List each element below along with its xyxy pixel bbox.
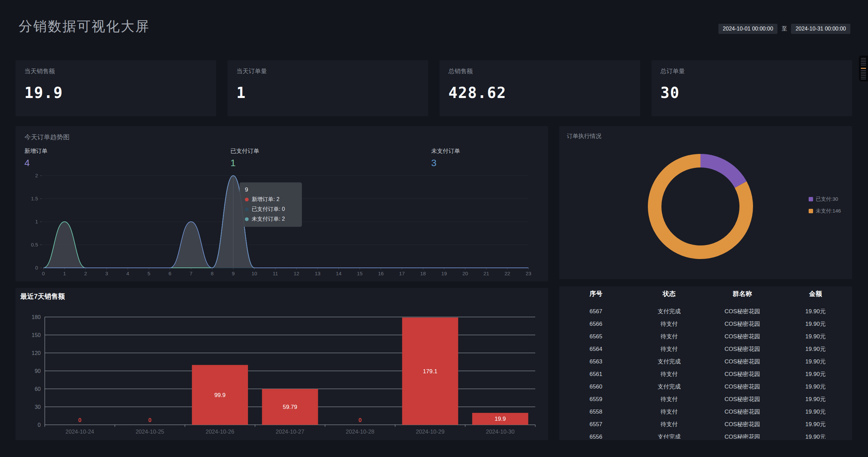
svg-text:2024-10-25: 2024-10-25 xyxy=(136,429,164,435)
svg-text:21: 21 xyxy=(483,271,489,276)
svg-text:99.9: 99.9 xyxy=(214,392,226,398)
cell-group: COS秘密花园 xyxy=(706,395,779,403)
svg-text:2024-10-28: 2024-10-28 xyxy=(346,429,374,435)
trend-stat: 新增订单4 xyxy=(24,147,230,168)
table-header-status: 状态 xyxy=(633,290,706,298)
cell-status: 支付完成 xyxy=(633,383,706,391)
svg-text:7: 7 xyxy=(190,271,192,276)
svg-text:2: 2 xyxy=(35,174,38,178)
svg-text:60: 60 xyxy=(35,386,41,392)
svg-text:0: 0 xyxy=(78,417,81,423)
svg-text:2024-10-26: 2024-10-26 xyxy=(206,429,234,435)
kpi-value: 1 xyxy=(236,84,419,101)
table-row: 6560支付完成COS秘密花园19.90元 xyxy=(559,380,852,393)
tooltip-title: 9 xyxy=(245,186,296,193)
table-row: 6566待支付COS秘密花园19.90元 xyxy=(559,318,852,330)
cell-group: COS秘密花园 xyxy=(706,345,779,353)
date-end-input[interactable]: 2024-10-31 00:00:00 xyxy=(791,24,850,34)
svg-text:11: 11 xyxy=(273,271,278,276)
cell-amount: 19.90元 xyxy=(779,383,852,391)
table-row: 6557待支付COS秘密花园19.90元 xyxy=(559,418,852,431)
cell-id: 6559 xyxy=(559,396,633,403)
bar-chart-canvas[interactable]: 030609012015018002024-10-2402024-10-2599… xyxy=(16,301,548,437)
donut-legend: 已支付:30未支付:146 xyxy=(809,196,841,220)
cell-id: 6563 xyxy=(559,358,633,365)
stripe-block-top xyxy=(861,58,866,66)
trend-stats: 新增订单4已支付订单1未支付订单3 xyxy=(24,147,539,168)
svg-text:3: 3 xyxy=(105,271,108,276)
cell-amount: 19.90元 xyxy=(779,320,852,328)
svg-text:20: 20 xyxy=(462,271,468,276)
cell-group: COS秘密花园 xyxy=(706,370,779,378)
svg-text:0.5: 0.5 xyxy=(31,242,38,247)
stripe-orange-marker xyxy=(861,68,866,69)
svg-text:180: 180 xyxy=(32,314,41,320)
cell-status: 待支付 xyxy=(633,370,706,378)
trend-stat: 未支付订单3 xyxy=(431,147,539,168)
cell-status: 支付完成 xyxy=(633,301,706,303)
table-row: 6567支付完成COS秘密花园19.90元 xyxy=(559,305,852,318)
svg-text:1.5: 1.5 xyxy=(31,196,38,201)
cell-amount: 19.90元 xyxy=(779,395,852,403)
svg-text:150: 150 xyxy=(32,332,41,338)
cell-status: 待支付 xyxy=(633,395,706,403)
trend-stat-label: 新增订单 xyxy=(24,147,230,155)
dashboard: 分销数据可视化大屏 2024-10-01 00:00:00 至 2024-10-… xyxy=(0,0,868,457)
cell-id: 6568 xyxy=(559,301,633,302)
kpi-label: 当天销售额 xyxy=(24,67,207,75)
svg-text:5: 5 xyxy=(148,271,150,276)
svg-text:6: 6 xyxy=(169,271,171,276)
svg-text:179.1: 179.1 xyxy=(423,368,438,375)
donut-chart-canvas[interactable] xyxy=(559,126,852,279)
svg-text:0: 0 xyxy=(38,422,41,428)
trend-panel-title: 今天订单趋势图 xyxy=(24,133,70,142)
kpi-row: 当天销售额 19.9 当天订单量 1 总销售额 428.62 总订单量 30 xyxy=(16,60,852,116)
cell-status: 待支付 xyxy=(633,408,706,416)
cell-amount: 19.90元 xyxy=(779,345,852,353)
table-row: 6568支付完成COS秘密花园19.90元 xyxy=(559,301,852,305)
cell-id: 6560 xyxy=(559,383,633,390)
svg-text:13: 13 xyxy=(315,271,321,276)
bar-panel-title: 最近7天销售额 xyxy=(20,292,65,301)
trend-stat-label: 已支付订单 xyxy=(230,147,431,155)
cell-id: 6561 xyxy=(559,371,633,378)
svg-text:23: 23 xyxy=(526,271,532,276)
legend-item[interactable]: 已支付:30 xyxy=(809,196,841,202)
date-start-input[interactable]: 2024-10-01 00:00:00 xyxy=(718,24,778,34)
legend-swatch-icon xyxy=(809,197,813,201)
table-header-id: 序号 xyxy=(559,290,633,298)
table-row: 6564待支付COS秘密花园19.90元 xyxy=(559,343,852,355)
kpi-label: 总销售额 xyxy=(448,67,631,75)
table-row: 6565待支付COS秘密花园19.90元 xyxy=(559,330,852,343)
cell-status: 待支付 xyxy=(633,345,706,353)
date-separator: 至 xyxy=(782,25,787,33)
svg-text:0: 0 xyxy=(35,265,38,271)
table-row: 6559待支付COS秘密花园19.90元 xyxy=(559,393,852,405)
cell-status: 支付完成 xyxy=(633,433,706,439)
kpi-card-today-orders: 当天订单量 1 xyxy=(228,60,428,116)
tooltip-text: 未支付订单: 2 xyxy=(252,216,285,223)
cell-id: 6564 xyxy=(559,346,633,353)
svg-text:16: 16 xyxy=(378,271,384,276)
cell-id: 6567 xyxy=(559,308,633,315)
svg-text:2024-10-29: 2024-10-29 xyxy=(416,429,444,435)
cell-amount: 19.90元 xyxy=(779,370,852,378)
svg-text:2024-10-27: 2024-10-27 xyxy=(276,429,304,435)
today-order-trend-panel: 今天订单趋势图 新增订单4已支付订单1未支付订单3 00.511.5201234… xyxy=(16,126,548,281)
svg-text:2024-10-30: 2024-10-30 xyxy=(486,429,515,435)
table-row: 6563支付完成COS秘密花园19.90元 xyxy=(559,355,852,368)
svg-text:1: 1 xyxy=(35,219,38,224)
cell-id: 6566 xyxy=(559,321,633,327)
svg-text:4: 4 xyxy=(127,271,129,276)
edge-scroll-widget[interactable] xyxy=(859,56,868,81)
legend-label: 已支付:30 xyxy=(816,196,838,202)
kpi-label: 当天订单量 xyxy=(236,67,419,75)
cell-group: COS秘密花园 xyxy=(706,408,779,416)
cell-group: COS秘密花园 xyxy=(706,383,779,391)
legend-item[interactable]: 未支付:146 xyxy=(809,208,841,214)
table-scroll-area[interactable]: 6568支付完成COS秘密花园19.90元6567支付完成COS秘密花园19.9… xyxy=(559,301,852,439)
svg-text:9: 9 xyxy=(232,271,234,276)
svg-text:90: 90 xyxy=(35,368,41,374)
svg-text:17: 17 xyxy=(399,271,405,276)
cell-amount: 19.90元 xyxy=(779,408,852,416)
